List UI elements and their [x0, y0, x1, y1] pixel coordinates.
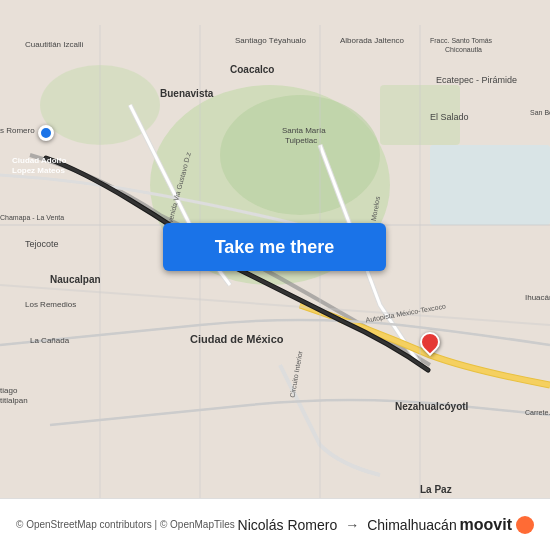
- svg-text:Los Remedios: Los Remedios: [25, 300, 76, 309]
- svg-text:Santiago Téyahualo: Santiago Téyahualo: [235, 36, 307, 45]
- svg-text:s Romero: s Romero: [0, 126, 35, 135]
- svg-text:Ciudad de México: Ciudad de México: [190, 333, 284, 345]
- svg-text:tiago: tiago: [0, 386, 18, 395]
- svg-text:Naucalpan: Naucalpan: [50, 274, 101, 285]
- route-destination-label: Chimalhuacán: [367, 517, 457, 533]
- footer-route: Nicolás Romero → Chimalhuacán: [238, 517, 457, 533]
- svg-text:Chamapa - La Venta: Chamapa - La Venta: [0, 214, 64, 222]
- svg-rect-5: [430, 145, 550, 225]
- svg-text:Alborada Jaltenco: Alborada Jaltenco: [340, 36, 405, 45]
- svg-text:La Paz: La Paz: [420, 484, 452, 495]
- svg-text:Fracc. Santo Tomás: Fracc. Santo Tomás: [430, 37, 493, 44]
- map-background: Santiago Téyahualo Alborada Jaltenco Fra…: [0, 0, 550, 550]
- origin-marker: [38, 125, 54, 141]
- svg-text:Coacalco: Coacalco: [230, 64, 274, 75]
- footer-copyright: © OpenStreetMap contributors | © OpenMap…: [16, 519, 235, 530]
- svg-text:Ihuacán: Ihuacán: [525, 293, 550, 302]
- footer-bar: © OpenStreetMap contributors | © OpenMap…: [0, 498, 550, 550]
- svg-text:El Salado: El Salado: [430, 112, 469, 122]
- svg-text:Buenavista: Buenavista: [160, 88, 214, 99]
- take-me-there-button[interactable]: Take me there: [163, 223, 386, 271]
- svg-text:Nezahualcóyotl: Nezahualcóyotl: [395, 401, 469, 412]
- svg-text:Cuautitlán Izcalli: Cuautitlán Izcalli: [25, 40, 83, 49]
- route-origin-label: Nicolás Romero: [238, 517, 338, 533]
- route-arrow-icon: →: [345, 517, 359, 533]
- svg-text:Tejocote: Tejocote: [25, 239, 59, 249]
- destination-marker: [420, 332, 440, 360]
- moovit-text: moovit: [460, 516, 512, 534]
- svg-text:San Be...: San Be...: [530, 109, 550, 116]
- svg-point-2: [220, 95, 380, 215]
- footer-left: © OpenStreetMap contributors | © OpenMap…: [16, 519, 235, 530]
- svg-text:La Cañada: La Cañada: [30, 336, 70, 345]
- svg-text:Santa María: Santa María: [282, 126, 326, 135]
- moovit-dot-icon: [516, 516, 534, 534]
- svg-text:Lopez Mateos: Lopez Mateos: [12, 166, 65, 175]
- svg-text:Carrete...: Carrete...: [525, 409, 550, 416]
- svg-text:Ecatepec - Pirámide: Ecatepec - Pirámide: [436, 75, 517, 85]
- svg-text:Chiconautla: Chiconautla: [445, 46, 482, 53]
- svg-text:Ciudad Adolfo: Ciudad Adolfo: [12, 156, 66, 165]
- map-container: Santiago Téyahualo Alborada Jaltenco Fra…: [0, 0, 550, 550]
- svg-text:titlalpan: titlalpan: [0, 396, 28, 405]
- svg-text:Tulpetlac: Tulpetlac: [285, 136, 317, 145]
- moovit-logo: moovit: [460, 516, 534, 534]
